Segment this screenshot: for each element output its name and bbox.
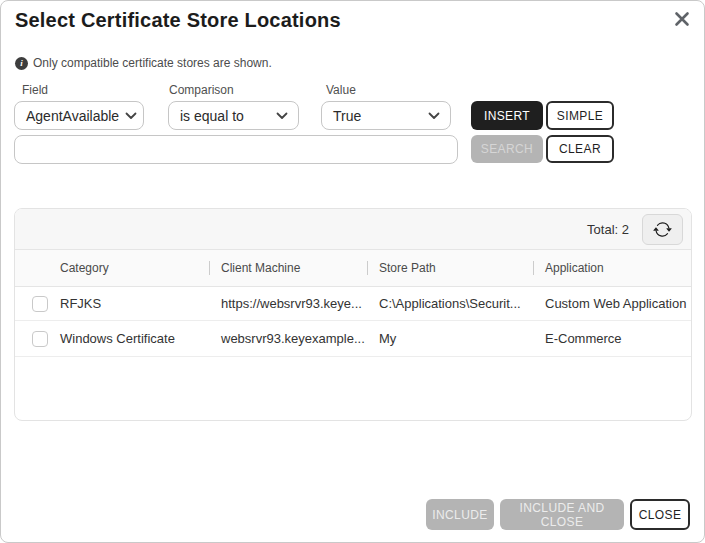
value-select[interactable]: True xyxy=(321,101,451,130)
notice-text: Only compatible certificate stores are s… xyxy=(33,56,272,70)
certificate-store-grid: Total: 2 Category Client Machine Store P… xyxy=(14,208,692,421)
column-header-store-path: Store Path xyxy=(367,261,533,275)
close-dialog-button[interactable] xyxy=(672,9,692,29)
chevron-down-icon xyxy=(428,112,440,120)
value-label: Value xyxy=(326,83,356,97)
refresh-button[interactable] xyxy=(642,214,683,245)
close-icon xyxy=(674,11,690,27)
field-select[interactable]: AgentAvailable xyxy=(14,101,144,130)
cell-client-machine: websrvr93.keyexample... xyxy=(209,331,367,346)
table-row[interactable]: Windows Certificate websrvr93.keyexample… xyxy=(15,321,691,357)
cell-client-machine: https://websrvr93.keye... xyxy=(209,296,367,311)
field-label: Field xyxy=(22,83,48,97)
field-select-value: AgentAvailable xyxy=(26,108,119,124)
simple-button[interactable]: SIMPLE xyxy=(546,101,614,130)
row-checkbox-cell xyxy=(15,296,48,312)
query-input[interactable] xyxy=(14,135,458,164)
cell-category: RFJKS xyxy=(48,296,209,311)
dialog-title: Select Certificate Store Locations xyxy=(15,9,341,32)
notice-banner: i Only compatible certificate stores are… xyxy=(15,56,272,70)
insert-button[interactable]: INSERT xyxy=(471,101,543,130)
row-checkbox[interactable] xyxy=(32,296,48,312)
comparison-select-value: is equal to xyxy=(180,108,244,124)
refresh-icon xyxy=(653,220,672,239)
cell-application: E-Commerce xyxy=(533,331,691,346)
select-certificate-store-dialog: Select Certificate Store Locations i Onl… xyxy=(0,0,705,543)
comparison-label: Comparison xyxy=(169,83,234,97)
column-header-application: Application xyxy=(533,261,691,275)
chevron-down-icon xyxy=(125,112,137,120)
comparison-select[interactable]: is equal to xyxy=(168,101,299,130)
table-row[interactable]: RFJKS https://websrvr93.keye... C:\Appli… xyxy=(15,287,691,321)
cell-category: Windows Certificate xyxy=(48,331,209,346)
include-and-close-button[interactable]: INCLUDE AND CLOSE xyxy=(500,499,624,530)
include-button[interactable]: INCLUDE xyxy=(426,499,494,530)
column-header-category: Category xyxy=(48,261,209,275)
search-button[interactable]: SEARCH xyxy=(471,135,543,163)
cell-store-path: C:\Applications\Securit... xyxy=(367,296,533,311)
dialog-footer: INCLUDE INCLUDE AND CLOSE CLOSE xyxy=(426,499,690,530)
row-checkbox[interactable] xyxy=(32,331,48,347)
column-header-client-machine: Client Machine xyxy=(209,261,367,275)
value-select-value: True xyxy=(333,108,361,124)
row-checkbox-cell xyxy=(15,331,48,347)
close-button[interactable]: CLOSE xyxy=(630,499,690,530)
grid-toolbar: Total: 2 xyxy=(15,209,691,250)
chevron-down-icon xyxy=(276,112,288,120)
table-header-row: Category Client Machine Store Path Appli… xyxy=(15,250,691,287)
total-count: Total: 2 xyxy=(587,222,629,237)
clear-button[interactable]: CLEAR xyxy=(546,135,614,163)
info-icon: i xyxy=(15,57,28,70)
cell-application: Custom Web Application xyxy=(533,296,691,311)
cell-store-path: My xyxy=(367,331,533,346)
